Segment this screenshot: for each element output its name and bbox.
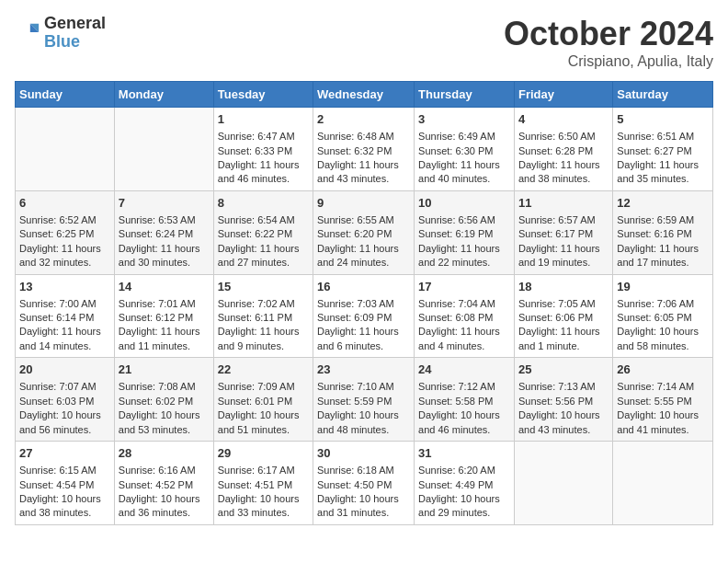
sunrise-text: Sunrise: 7:00 AM [19, 297, 110, 311]
calendar-cell: 21Sunrise: 7:08 AMSunset: 6:02 PMDayligh… [114, 358, 213, 442]
sunset-text: Sunset: 4:54 PM [19, 478, 110, 492]
calendar-cell: 5Sunrise: 6:51 AMSunset: 6:27 PMDaylight… [613, 108, 713, 191]
daylight-text: Daylight: 11 hours and 14 minutes. [19, 325, 110, 353]
sunset-text: Sunset: 5:55 PM [617, 395, 709, 408]
calendar-cell: 30Sunrise: 6:18 AMSunset: 4:50 PMDayligh… [313, 442, 415, 525]
sunset-text: Sunset: 6:08 PM [418, 311, 510, 325]
sunset-text: Sunset: 6:16 PM [617, 227, 709, 241]
calendar-cell: 22Sunrise: 7:09 AMSunset: 6:01 PMDayligh… [213, 358, 313, 442]
calendar-cell: 9Sunrise: 6:55 AMSunset: 6:20 PMDaylight… [313, 190, 415, 274]
sunset-text: Sunset: 6:14 PM [19, 311, 110, 325]
sunrise-text: Sunrise: 6:57 AM [518, 213, 609, 227]
sunset-text: Sunset: 6:19 PM [418, 227, 510, 241]
day-number: 17 [418, 279, 510, 295]
daylight-text: Daylight: 10 hours and 46 minutes. [418, 408, 510, 437]
sunset-text: Sunset: 6:27 PM [617, 144, 709, 158]
day-number: 18 [518, 279, 609, 295]
calendar-week-row: 1Sunrise: 6:47 AMSunset: 6:33 PMDaylight… [16, 108, 713, 191]
day-number: 12 [617, 195, 709, 212]
day-number: 8 [218, 195, 309, 212]
calendar-cell: 3Sunrise: 6:49 AMSunset: 6:30 PMDaylight… [415, 108, 515, 191]
calendar-cell: 25Sunrise: 7:13 AMSunset: 5:56 PMDayligh… [514, 358, 612, 442]
sunset-text: Sunset: 6:25 PM [19, 227, 110, 241]
calendar-cell: 19Sunrise: 7:06 AMSunset: 6:05 PMDayligh… [613, 274, 713, 358]
sunset-text: Sunset: 6:11 PM [218, 311, 309, 325]
sunrise-text: Sunrise: 7:01 AM [119, 297, 210, 311]
sunrise-text: Sunrise: 7:14 AM [617, 380, 709, 394]
daylight-text: Daylight: 11 hours and 11 minutes. [119, 325, 210, 353]
daylight-text: Daylight: 11 hours and 40 minutes. [418, 158, 510, 187]
calendar-cell [114, 108, 213, 191]
calendar-cell: 17Sunrise: 7:04 AMSunset: 6:08 PMDayligh… [415, 274, 515, 358]
daylight-text: Daylight: 11 hours and 9 minutes. [218, 325, 309, 353]
day-number: 20 [19, 362, 110, 378]
sunrise-text: Sunrise: 6:17 AM [218, 464, 309, 477]
sunrise-text: Sunrise: 7:03 AM [317, 297, 410, 311]
sunrise-text: Sunrise: 6:16 AM [119, 464, 210, 477]
calendar-cell: 16Sunrise: 7:03 AMSunset: 6:09 PMDayligh… [313, 274, 415, 358]
calendar-cell: 1Sunrise: 6:47 AMSunset: 6:33 PMDaylight… [213, 108, 313, 191]
daylight-text: Daylight: 11 hours and 17 minutes. [617, 242, 709, 270]
sunset-text: Sunset: 5:59 PM [317, 395, 410, 408]
sunrise-text: Sunrise: 6:55 AM [317, 213, 410, 227]
daylight-text: Daylight: 11 hours and 19 minutes. [518, 242, 609, 270]
day-number: 29 [218, 445, 309, 462]
calendar-cell: 18Sunrise: 7:05 AMSunset: 6:06 PMDayligh… [514, 274, 612, 358]
day-of-week-header: Tuesday [213, 82, 313, 108]
calendar-cell [16, 108, 115, 191]
day-number: 28 [119, 445, 210, 462]
daylight-text: Daylight: 10 hours and 53 minutes. [119, 408, 210, 437]
day-of-week-header: Wednesday [313, 82, 415, 108]
sunset-text: Sunset: 5:58 PM [418, 395, 510, 408]
sunrise-text: Sunrise: 6:59 AM [617, 213, 709, 227]
sunset-text: Sunset: 6:22 PM [218, 227, 309, 241]
daylight-text: Daylight: 11 hours and 27 minutes. [218, 242, 309, 270]
day-number: 27 [19, 445, 110, 462]
sunset-text: Sunset: 4:49 PM [418, 478, 510, 492]
daylight-text: Daylight: 11 hours and 1 minute. [518, 325, 609, 353]
calendar-cell: 11Sunrise: 6:57 AMSunset: 6:17 PMDayligh… [514, 190, 612, 274]
calendar-cell: 10Sunrise: 6:56 AMSunset: 6:19 PMDayligh… [415, 190, 515, 274]
calendar-cell: 2Sunrise: 6:48 AMSunset: 6:32 PMDaylight… [313, 108, 415, 191]
sunset-text: Sunset: 6:28 PM [518, 144, 609, 158]
daylight-text: Daylight: 11 hours and 35 minutes. [617, 158, 709, 187]
day-number: 7 [119, 195, 210, 212]
sunrise-text: Sunrise: 7:04 AM [418, 297, 510, 311]
day-of-week-header: Thursday [415, 82, 515, 108]
sunset-text: Sunset: 4:52 PM [119, 478, 210, 492]
day-number: 16 [317, 279, 410, 295]
calendar-cell: 15Sunrise: 7:02 AMSunset: 6:11 PMDayligh… [213, 274, 313, 358]
sunrise-text: Sunrise: 6:51 AM [617, 130, 709, 144]
day-number: 25 [518, 362, 609, 378]
day-number: 11 [518, 195, 609, 212]
sunrise-text: Sunrise: 7:05 AM [518, 297, 609, 311]
sunrise-text: Sunrise: 6:47 AM [218, 130, 309, 144]
daylight-text: Daylight: 10 hours and 36 minutes. [119, 492, 210, 521]
calendar-week-row: 6Sunrise: 6:52 AMSunset: 6:25 PMDaylight… [16, 190, 713, 274]
logo-text: General Blue [44, 15, 106, 52]
day-number: 1 [218, 111, 309, 128]
daylight-text: Daylight: 11 hours and 38 minutes. [518, 158, 609, 187]
sunrise-text: Sunrise: 6:56 AM [418, 213, 510, 227]
sunrise-text: Sunrise: 6:15 AM [19, 464, 110, 477]
daylight-text: Daylight: 11 hours and 30 minutes. [119, 242, 210, 270]
calendar-cell [613, 442, 713, 525]
calendar-week-row: 13Sunrise: 7:00 AMSunset: 6:14 PMDayligh… [16, 274, 713, 358]
daylight-text: Daylight: 10 hours and 48 minutes. [317, 408, 410, 437]
daylight-text: Daylight: 10 hours and 38 minutes. [19, 492, 110, 521]
calendar-cell: 13Sunrise: 7:00 AMSunset: 6:14 PMDayligh… [16, 274, 115, 358]
sunset-text: Sunset: 6:30 PM [418, 144, 510, 158]
sunset-text: Sunset: 4:50 PM [317, 478, 410, 492]
daylight-text: Daylight: 11 hours and 32 minutes. [19, 242, 110, 270]
logo-blue: Blue [44, 33, 106, 52]
calendar-cell [514, 442, 612, 525]
calendar-cell: 7Sunrise: 6:53 AMSunset: 6:24 PMDaylight… [114, 190, 213, 274]
sunrise-text: Sunrise: 7:06 AM [617, 297, 709, 311]
day-number: 9 [317, 195, 410, 212]
month-title: October 2024 [504, 15, 713, 53]
daylight-text: Daylight: 11 hours and 46 minutes. [218, 158, 309, 187]
day-number: 19 [617, 279, 709, 295]
sunrise-text: Sunrise: 6:48 AM [317, 130, 410, 144]
daylight-text: Daylight: 11 hours and 24 minutes. [317, 242, 410, 270]
day-of-week-header: Monday [114, 82, 213, 108]
